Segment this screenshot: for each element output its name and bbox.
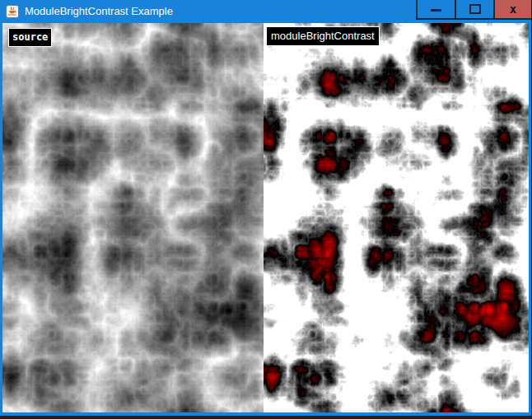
output-panel: moduleBrightContrast <box>264 23 529 412</box>
java-app-icon[interactable] <box>6 5 19 18</box>
minimize-icon <box>431 9 441 12</box>
close-icon: x <box>510 3 516 16</box>
window-controls: x <box>416 0 531 21</box>
maximize-button[interactable] <box>455 0 493 20</box>
close-button[interactable]: x <box>493 0 531 20</box>
source-image <box>2 23 264 412</box>
minimize-button[interactable] <box>416 0 455 20</box>
window-title: ModuleBrightContrast Example <box>25 0 173 23</box>
desktop-background: { "window": { "title": "ModuleBrightCont… <box>0 0 532 419</box>
titlebar[interactable]: ModuleBrightContrast Example x <box>0 0 531 23</box>
modulebrightcontrast-image <box>264 23 529 412</box>
source-panel: source <box>2 23 264 412</box>
app-window: ModuleBrightContrast Example x source mo… <box>0 0 531 416</box>
source-image-label: source <box>8 28 52 47</box>
maximize-icon <box>469 4 481 14</box>
image-workspace: source moduleBrightContrast <box>2 23 529 412</box>
output-image-label: moduleBrightContrast <box>266 26 380 46</box>
